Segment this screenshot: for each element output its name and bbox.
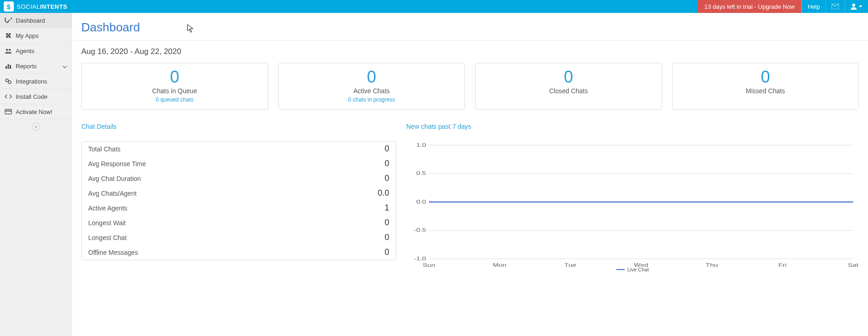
detail-row: Avg Chats/Agent0.0 — [82, 186, 396, 201]
card-label: Chats in Queue — [85, 87, 264, 95]
bar-chart-icon — [5, 62, 12, 70]
svg-point-8 — [8, 81, 11, 84]
card-missed-chats[interactable]: 0 Missed Chats — [672, 63, 859, 110]
chevron-left-double-icon: « — [32, 122, 40, 131]
sidebar-item-dashboard[interactable]: Dashboard — [0, 13, 72, 28]
topbar: $ SOCIALINTENTS 13 days left in trial - … — [0, 0, 868, 13]
envelope-icon — [832, 4, 839, 9]
svg-text:-0.5: -0.5 — [414, 227, 426, 233]
detail-label: Avg Chats/Agent — [88, 190, 137, 197]
detail-row: Avg Chat Duration0 — [82, 171, 396, 186]
sidebar-item-agents[interactable]: Agents — [0, 43, 72, 59]
detail-label: Longest Wait — [88, 219, 126, 227]
svg-text:Wed: Wed — [634, 262, 648, 268]
sidebar-item-install[interactable]: Install Code — [0, 89, 72, 104]
detail-row: Total Chats0 — [82, 142, 396, 156]
user-icon — [850, 3, 857, 10]
detail-value: 0.0 — [378, 188, 389, 198]
detail-value: 0 — [385, 159, 389, 168]
divider — [72, 40, 868, 41]
svg-text:0.0: 0.0 — [416, 199, 426, 204]
legend-swatch — [616, 269, 625, 270]
page-title: Dashboard — [81, 20, 859, 35]
sidebar-item-label: Install Code — [16, 93, 48, 100]
user-menu[interactable] — [844, 0, 868, 13]
svg-rect-5 — [8, 64, 9, 69]
card-value: 0 — [85, 68, 264, 86]
messages-button[interactable] — [826, 0, 844, 13]
svg-text:0.5: 0.5 — [416, 170, 426, 176]
chat-details-panel: Total Chats0Avg Response Time0Avg Chat D… — [81, 141, 396, 260]
svg-point-7 — [6, 79, 8, 82]
stat-cards: 0 Chats in Queue 0 queued chats 0 Active… — [81, 63, 859, 110]
sidebar-item-label: Dashboard — [16, 17, 45, 24]
svg-point-2 — [6, 49, 8, 51]
detail-value: 0 — [385, 144, 389, 154]
sidebar: Dashboard My Apps Agents Reports Integra… — [0, 13, 72, 336]
svg-point-3 — [9, 49, 11, 51]
detail-row: Longest Chat0 — [82, 230, 396, 245]
help-button[interactable]: Help — [802, 0, 826, 13]
brand-logo-icon: $ — [4, 1, 14, 12]
svg-rect-10 — [5, 111, 12, 112]
new-chats-chart: -1.0-0.50.00.51.0SunMonTueWedThuFriSat — [406, 141, 859, 269]
card-closed-chats[interactable]: 0 Closed Chats — [475, 63, 662, 110]
sidebar-item-activate[interactable]: Activate Now! — [0, 104, 72, 120]
detail-label: Avg Response Time — [88, 160, 146, 168]
svg-text:Fri: Fri — [778, 262, 787, 268]
sidebar-item-myapps[interactable]: My Apps — [0, 28, 72, 43]
date-range[interactable]: Aug 16, 2020 - Aug 22, 2020 — [81, 47, 859, 56]
caret-down-icon — [859, 6, 862, 7]
svg-text:Thu: Thu — [705, 262, 717, 268]
sidebar-item-label: My Apps — [16, 32, 39, 39]
trial-upgrade-banner[interactable]: 13 days left in trial - Upgrade Now — [698, 0, 802, 13]
gears-icon — [5, 78, 12, 85]
detail-label: Avg Chat Duration — [88, 175, 141, 182]
sidebar-item-label: Agents — [16, 48, 34, 54]
brand-text: SOCIALINTENTS — [17, 3, 67, 10]
sidebar-collapse-button[interactable]: « — [0, 120, 72, 133]
svg-text:Sun: Sun — [422, 262, 435, 268]
sidebar-item-integrations[interactable]: Integrations — [0, 74, 72, 89]
card-label: Closed Chats — [479, 87, 658, 95]
svg-rect-9 — [5, 109, 12, 114]
svg-text:Mon: Mon — [493, 262, 506, 268]
users-icon — [5, 47, 12, 54]
sidebar-item-label: Activate Now! — [16, 108, 52, 115]
svg-text:Sat: Sat — [848, 262, 858, 268]
detail-value: 1 — [385, 203, 389, 213]
detail-row: Longest Wait0 — [82, 216, 396, 230]
detail-label: Longest Chat — [88, 234, 127, 241]
detail-value: 0 — [385, 218, 389, 228]
main-content: Dashboard Aug 16, 2020 - Aug 22, 2020 0 … — [72, 13, 868, 282]
card-sub: 0 chats in progress — [283, 96, 461, 103]
detail-row: Avg Response Time0 — [82, 156, 396, 171]
detail-value: 0 — [385, 174, 389, 183]
svg-rect-6 — [10, 65, 11, 69]
card-active-chats[interactable]: 0 Active Chats 0 chats in progress — [278, 63, 465, 110]
card-value: 0 — [676, 68, 855, 86]
section-title-chat-details: Chat Details — [81, 123, 396, 130]
svg-point-0 — [852, 4, 855, 6]
card-icon — [5, 108, 12, 115]
detail-label: Total Chats — [88, 145, 121, 153]
brand[interactable]: $ SOCIALINTENTS — [0, 0, 71, 13]
detail-value: 0 — [385, 247, 389, 257]
detail-label: Active Agents — [88, 204, 127, 212]
card-sub: 0 queued chats — [85, 96, 264, 103]
svg-text:-1.0: -1.0 — [414, 256, 426, 261]
section-title-new-chats: New chats past 7 days — [406, 123, 859, 130]
sidebar-item-label: Integrations — [16, 78, 47, 85]
detail-label: Offline Messages — [88, 249, 138, 256]
sidebar-item-reports[interactable]: Reports — [0, 59, 72, 74]
code-icon — [5, 93, 12, 100]
detail-row: Offline Messages0 — [82, 245, 396, 260]
svg-text:Tue: Tue — [564, 262, 576, 268]
puzzle-icon — [5, 32, 12, 39]
card-label: Active Chats — [283, 87, 461, 95]
svg-rect-4 — [6, 66, 7, 69]
detail-row: Active Agents1 — [82, 201, 396, 216]
card-label: Missed Chats — [676, 87, 855, 95]
sidebar-item-label: Reports — [16, 63, 37, 70]
card-chats-in-queue[interactable]: 0 Chats in Queue 0 queued chats — [81, 63, 268, 110]
